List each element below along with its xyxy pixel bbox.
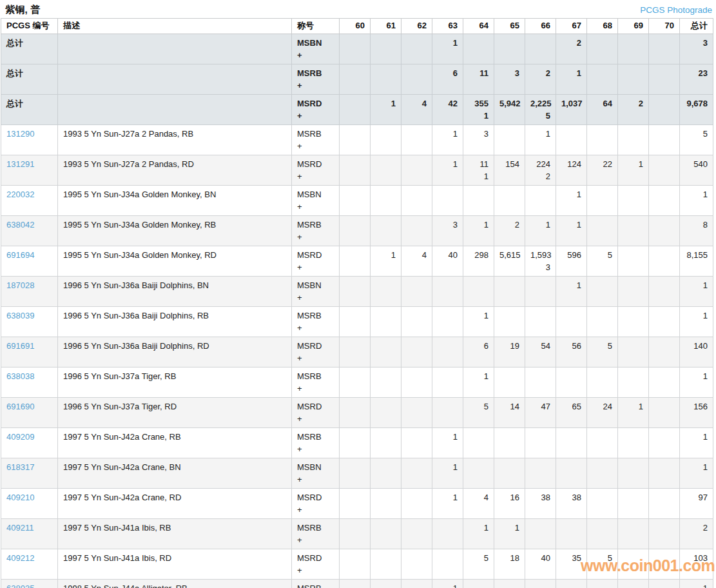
pcgs-number-cell: 131290 — [1, 125, 58, 155]
pcgs-number-link[interactable]: 638038 — [6, 371, 34, 381]
grade-66-cell — [525, 34, 556, 64]
grade-65-cell — [494, 428, 525, 458]
cell-line: 24 — [592, 400, 612, 413]
grade-69-cell: 1 — [618, 155, 649, 186]
pcgs-number-cell: 409212 — [1, 549, 58, 580]
pcgs-number-link[interactable]: 187028 — [6, 280, 34, 290]
grade-67-cell: 1,037 — [556, 95, 587, 125]
pcgs-number-link[interactable]: 638035 — [6, 583, 34, 588]
grade-66-cell: 1,5933 — [525, 246, 556, 277]
grade-65-cell — [494, 368, 525, 398]
cell-line: 1 — [438, 158, 458, 170]
pcgs-number-link[interactable]: 409212 — [6, 553, 34, 563]
total-cell: 1 — [680, 307, 713, 337]
pcgs-number-cell: 187028 — [1, 277, 58, 307]
cell-line: 16 — [499, 491, 519, 504]
grade-68-cell: 24 — [587, 398, 618, 428]
grade-64-cell: 1 — [463, 307, 494, 337]
grade-60-cell — [340, 307, 371, 337]
cell-line: 11 — [469, 158, 489, 170]
grade-60-cell — [340, 398, 371, 428]
cell-line: MSRD — [297, 97, 334, 110]
grade-61-cell — [371, 307, 402, 337]
cell-line: 56 — [561, 340, 581, 352]
pcgs-number-cell: 638035 — [1, 580, 58, 588]
description-cell — [58, 95, 292, 125]
grade-61-cell: 1 — [371, 246, 402, 277]
col-header-description: 描述 — [58, 19, 292, 34]
pcgs-photograde-link[interactable]: PCGS Photograde — [640, 5, 712, 15]
grade-61-cell — [371, 580, 402, 588]
grade-61-cell — [371, 398, 402, 428]
table-row: 6380351998 5 Yn Sun-J44a Alligator, RBMS… — [1, 580, 713, 588]
summary-row: 总计MSBN+123 — [1, 34, 713, 64]
cell-line: MSRB — [297, 128, 334, 140]
designation-cell: MSBN+ — [292, 277, 340, 307]
total-cell: 1 — [680, 458, 713, 489]
total-cell: 1 — [680, 186, 713, 216]
grade-67-cell: 596 — [556, 246, 587, 277]
cell-line: + — [297, 291, 334, 304]
pcgs-number-cell: 131291 — [1, 155, 58, 186]
col-header-grade-61: 61 — [371, 19, 402, 34]
grade-70-cell — [649, 125, 680, 155]
cell-line: 1 — [469, 170, 489, 182]
pcgs-number-link[interactable]: 691690 — [6, 402, 34, 411]
grade-64-cell — [463, 186, 494, 216]
cell-line: 1 — [438, 491, 458, 504]
designation-cell: MSRD+ — [292, 489, 340, 519]
pcgs-number-link[interactable]: 618317 — [6, 462, 34, 472]
grade-70-cell — [649, 458, 680, 489]
cell-line: MSBN — [297, 188, 334, 201]
grade-63-cell: 1 — [432, 458, 463, 489]
grade-67-cell: 2 — [556, 34, 587, 64]
pcgs-number-link[interactable]: 409209 — [6, 432, 34, 442]
pcgs-number-link[interactable]: 409211 — [6, 523, 34, 533]
grade-63-cell — [432, 307, 463, 337]
grade-61-cell — [371, 125, 402, 155]
grade-62-cell — [402, 519, 432, 549]
pcgs-number-link[interactable]: 131291 — [6, 159, 34, 169]
grade-70-cell — [649, 246, 680, 277]
grade-64-cell — [463, 277, 494, 307]
grade-68-cell: 5 — [587, 337, 618, 368]
grade-64-cell: 3551 — [463, 95, 494, 125]
grade-69-cell — [618, 186, 649, 216]
grade-66-cell: 40 — [525, 549, 556, 580]
cell-line: MSRD — [297, 552, 334, 564]
cell-line: 224 — [530, 158, 550, 170]
grade-66-cell — [525, 428, 556, 458]
cell-line: 5 — [592, 340, 612, 352]
cell-line: 5 — [530, 110, 550, 122]
cell-line: + — [297, 564, 334, 576]
cell-line: 1 — [561, 188, 581, 201]
cell-line: 1 — [438, 582, 458, 588]
grade-61-cell — [371, 519, 402, 549]
grade-60-cell — [340, 246, 371, 277]
grade-63-cell: 40 — [432, 246, 463, 277]
grade-67-cell — [556, 307, 587, 337]
pcgs-number-link[interactable]: 638039 — [6, 311, 34, 320]
grade-66-cell — [525, 458, 556, 489]
grade-63-cell: 42 — [432, 95, 463, 125]
grade-66-cell: 2242 — [525, 155, 556, 186]
description-cell: 1996 5 Yn Sun-J36a Baiji Dolphins, BN — [58, 277, 292, 307]
pcgs-number-link[interactable]: 691694 — [6, 250, 34, 260]
grade-64-cell: 1 — [463, 519, 494, 549]
pcgs-number-link[interactable]: 409210 — [6, 493, 34, 502]
grade-70-cell — [649, 64, 680, 95]
cell-line: 1 — [376, 249, 396, 261]
col-header-grade-69: 69 — [618, 19, 649, 34]
description-cell: 1997 5 Yn Sun-J42a Crane, RD — [58, 489, 292, 519]
grade-67-cell: 1 — [556, 277, 587, 307]
total-cell: 8 — [680, 216, 713, 246]
description-cell: 1997 5 Yn Sun-J42a Crane, BN — [58, 458, 292, 489]
pcgs-number-link[interactable]: 131290 — [6, 129, 34, 139]
grade-63-cell: 1 — [432, 125, 463, 155]
pcgs-number-link[interactable]: 220032 — [6, 190, 34, 199]
grade-62-cell — [402, 337, 432, 368]
cell-line: + — [297, 201, 334, 213]
cell-line: + — [297, 140, 334, 152]
pcgs-number-link[interactable]: 691691 — [6, 341, 34, 351]
pcgs-number-link[interactable]: 638042 — [6, 220, 34, 230]
